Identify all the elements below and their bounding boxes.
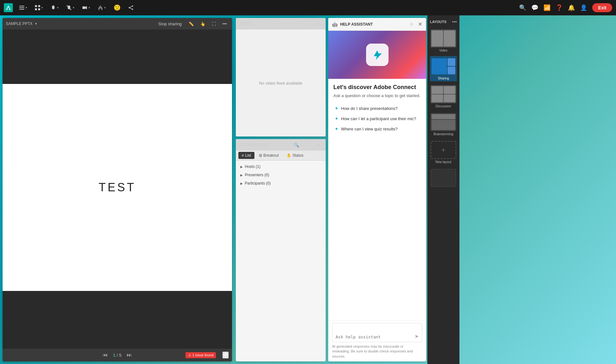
help-footer: ➤ AI generated responses may be inaccura… [328, 320, 426, 361]
video-fullscreen-button[interactable]: ⛶ [304, 21, 312, 27]
participants-group[interactable]: ▶ Participants (0) [238, 179, 324, 187]
logo [4, 3, 13, 12]
presenters-label: Presenters (0) [245, 173, 269, 177]
pointer-button[interactable]: 👆 [198, 21, 207, 27]
layout-sharing[interactable]: Sharing [430, 56, 457, 81]
help-close-button[interactable]: ✕ [418, 21, 422, 27]
share-button[interactable] [126, 4, 136, 12]
tab-list-label: List [245, 153, 251, 158]
layout-video-thumbnail [431, 29, 456, 47]
presentation-panel: SAMPLE PPTX ▾ Stop sharing ✏️ 👆 ⛶ ••• TE… [3, 18, 232, 361]
signal-icon[interactable]: 📶 [543, 4, 551, 11]
presenters-group[interactable]: ▶ Presenters (0) [238, 171, 324, 179]
help-main-title: Let's discover Adobe Connect [333, 84, 421, 91]
last-slide-button[interactable]: ⏭ [127, 352, 132, 358]
chat-icon[interactable]: 💬 [531, 4, 538, 11]
topic-1-text: How do I share presentations? [341, 106, 398, 111]
presenters-chevron: ▶ [240, 173, 243, 177]
svg-point-11 [129, 7, 130, 8]
tab-status-label: Status [293, 153, 304, 158]
apps-button[interactable]: ▾ [32, 4, 46, 12]
help-input-field[interactable] [336, 335, 412, 339]
layout-brainstorming-thumbnail [431, 113, 456, 131]
presentation-title: SAMPLE PPTX [6, 21, 32, 26]
tab-status[interactable]: ✋ Status [283, 152, 307, 159]
menu-button[interactable]: ▾ [17, 4, 30, 12]
help-settings-button[interactable]: ⚙ [408, 21, 415, 27]
new-layout-button[interactable]: + [431, 141, 456, 159]
mic-button[interactable]: ▾ [64, 4, 77, 12]
search-icon[interactable]: 🔍 [519, 4, 526, 11]
svg-rect-8 [38, 8, 40, 10]
issue-text: 1 issue found [193, 353, 213, 357]
warning-icon: ⚠ [188, 353, 191, 357]
user-icon[interactable]: 👤 [580, 4, 587, 11]
new-layout-item[interactable]: + New layout [430, 140, 457, 165]
help-hero-image [328, 31, 426, 79]
help-robot-icon: 🤖 [332, 22, 338, 27]
layout-brainstorming-label: Brainstorming [433, 132, 453, 136]
layout-brainstorming[interactable]: Brainstorming [430, 112, 457, 137]
svg-rect-2 [19, 6, 24, 6]
slide-fullscreen-button[interactable]: ⛶ [222, 352, 229, 359]
help-icon[interactable]: ❓ [556, 4, 563, 11]
layout-video[interactable]: Video [430, 28, 457, 54]
fullscreen-button[interactable]: ⛶ [210, 21, 218, 27]
slide-footer: ⏮ 1 / 5 ⏭ ⚠ 1 issue found ⛶ [3, 349, 232, 361]
svg-line-13 [130, 6, 132, 7]
hosts-chevron: ▶ [240, 165, 243, 169]
hosts-group[interactable]: ▶ Hosts (1) [238, 162, 324, 171]
first-slide-button[interactable]: ⏮ [103, 352, 108, 358]
svg-rect-5 [35, 5, 37, 7]
attendees-fullscreen-button[interactable]: ⛶ [304, 142, 312, 148]
emoji-button[interactable]: 🙂 [111, 3, 123, 12]
notifications-icon[interactable]: 🔔 [568, 4, 575, 11]
layouts-title: LAYOUTS [430, 20, 447, 24]
tab-breakout[interactable]: ⊞ Breakout [256, 152, 282, 159]
layouts-sidebar: LAYOUTS ••• Video Sharing [427, 15, 459, 364]
attendees-panel: ATTENDEES (1) 🔍 ⛶ ••• ≡ List ⊞ Breakout … [236, 139, 326, 361]
topic-1-icon: ✦ [335, 106, 338, 111]
attendees-title: ATTENDEES (1) [239, 143, 268, 147]
svg-rect-4 [19, 9, 24, 10]
video-title: VIDEO [239, 21, 251, 26]
layouts-more-button[interactable]: ••• [452, 19, 457, 24]
empty-layout-thumbnail [431, 169, 456, 187]
middle-column: VIDEO ⛶ ••• No video feed available ATTE… [236, 18, 326, 361]
layout-discussion[interactable]: Discussion [430, 84, 457, 109]
attendees-tabs: ≡ List ⊞ Breakout ✋ Status [236, 151, 326, 161]
layout-discussion-label: Discussion [436, 104, 451, 108]
audio-chevron: ▾ [57, 6, 59, 9]
svg-point-10 [132, 5, 133, 7]
attendees-header: ATTENDEES (1) 🔍 ⛶ ••• [236, 139, 326, 151]
layout-video-label: Video [439, 49, 447, 52]
video-chevron: ▾ [89, 6, 90, 9]
top-bar-right-controls: 🔍 💬 📶 ❓ 🔔 👤 Exit [519, 3, 612, 12]
svg-line-14 [130, 8, 132, 9]
attendees-more-button[interactable]: ••• [314, 142, 322, 148]
current-page: 1 [113, 353, 115, 358]
stop-sharing-button[interactable]: Stop sharing [156, 21, 184, 27]
raise-hand-button[interactable]: ▾ [95, 4, 108, 12]
edit-button[interactable]: ✏️ [187, 21, 196, 27]
help-topic-1[interactable]: ✦ How do I share presentations? [333, 103, 421, 113]
help-topic-3[interactable]: ✦ Where can I view quiz results? [333, 124, 421, 134]
exit-button[interactable]: Exit [592, 3, 612, 12]
help-send-button[interactable]: ➤ [415, 333, 419, 339]
audio-button[interactable]: ▾ [48, 4, 61, 12]
video-more-button[interactable]: ••• [314, 21, 322, 27]
no-video-text: No video feed available [259, 81, 302, 86]
more-options-button[interactable]: ••• [220, 21, 229, 27]
total-pages: 5 [119, 353, 121, 358]
help-topic-2[interactable]: ✦ How can I let a participant use their … [333, 113, 421, 124]
attendees-search-button[interactable]: 🔍 [292, 142, 301, 148]
help-input-area: ➤ [332, 323, 422, 342]
tab-list[interactable]: ≡ List [238, 152, 254, 159]
empty-layout-item[interactable] [430, 168, 457, 188]
video-toggle-button[interactable]: ▾ [80, 4, 93, 12]
help-title: HELP ASSISTANT [340, 22, 405, 27]
slide-page-info: 1 / 5 [113, 353, 121, 358]
svg-rect-6 [38, 5, 40, 7]
layout-sharing-thumbnail [431, 57, 456, 75]
slide-top-dark-area [3, 29, 232, 84]
